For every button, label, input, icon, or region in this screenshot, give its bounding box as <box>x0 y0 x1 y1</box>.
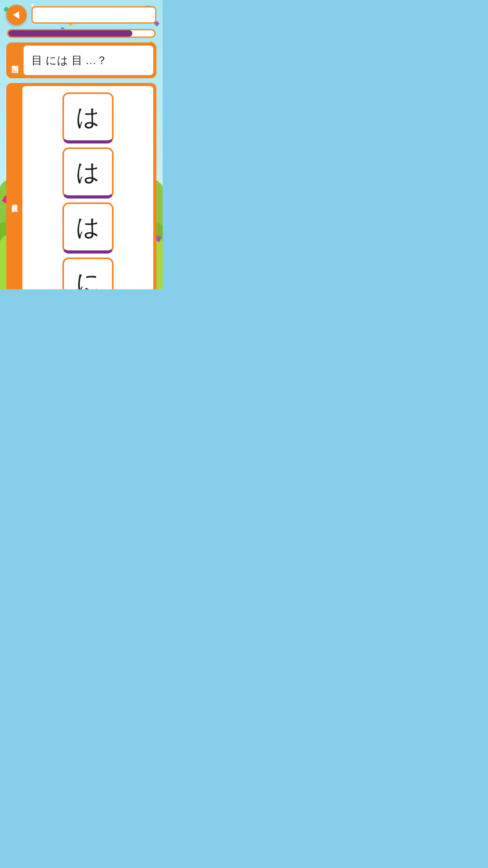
question-text: 目 には 目 …？ <box>24 46 153 75</box>
choice-button-4[interactable]: に <box>62 257 114 289</box>
progress-bar-fill <box>8 30 132 37</box>
answer-display-box <box>31 6 156 24</box>
back-arrow-icon <box>13 11 19 19</box>
choices-panel: 選択肢 は は は に <box>6 83 156 289</box>
question-label: 問題 <box>9 46 20 75</box>
choice-button-1[interactable]: は <box>62 92 114 143</box>
choices-content: は は は に <box>22 86 153 289</box>
choices-label: 選択肢 <box>9 86 19 289</box>
question-panel: 問題 目 には 目 …？ <box>6 42 156 78</box>
choice-button-2[interactable]: は <box>62 147 114 199</box>
progress-bar-container <box>7 29 156 38</box>
back-button[interactable] <box>6 5 27 25</box>
header-row <box>6 5 156 25</box>
main-content: 問題 目 には 目 …？ 選択肢 は は は に <box>0 0 163 289</box>
choice-button-3[interactable]: は <box>62 202 114 254</box>
